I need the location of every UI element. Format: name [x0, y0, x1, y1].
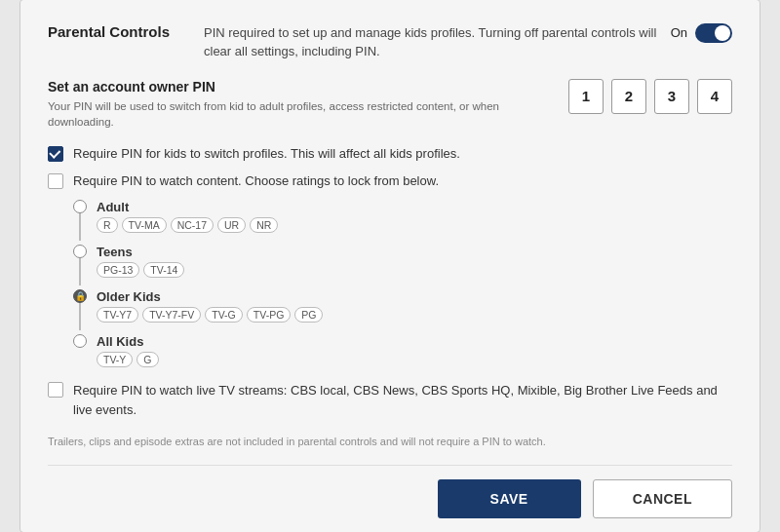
toggle-area: On	[671, 23, 732, 43]
button-row: SAVE CANCEL	[48, 465, 732, 532]
rating-adult-line	[73, 200, 87, 241]
checkbox-watch-content-row: Require PIN to watch content. Choose rat…	[48, 172, 732, 190]
ratings-section: Adult R TV-MA NC-17 UR NR Teens PG-13	[73, 200, 732, 371]
checkbox-kids-switch-row: Require PIN for kids to switch profiles.…	[48, 145, 732, 163]
tag-TV-G: TV-G	[205, 307, 243, 323]
rating-all-kids-content: All Kids TV-Y G	[97, 334, 732, 367]
parental-controls-toggle[interactable]	[695, 23, 732, 43]
rating-teens-circle[interactable]	[73, 245, 87, 258]
rating-adult: Adult R TV-MA NC-17 UR NR	[73, 200, 732, 241]
dialog-title: Parental Controls	[48, 23, 204, 40]
tag-PG: PG	[294, 307, 323, 323]
checkbox-live-tv-row: Require PIN to watch live TV streams: CB…	[48, 381, 732, 419]
checkbox-live-tv-label: Require PIN to watch live TV streams: CB…	[73, 381, 732, 419]
rating-all-kids-line	[73, 334, 87, 348]
pin-box-3[interactable]: 3	[654, 79, 689, 114]
pin-section: Set an account owner PIN Your PIN will b…	[48, 79, 732, 130]
pin-text: Set an account owner PIN Your PIN will b…	[48, 79, 557, 130]
rating-older-kids: 🔒 Older Kids TV-Y7 TV-Y7-FV TV-G TV-PG P…	[73, 289, 732, 330]
rating-older-kids-name: Older Kids	[97, 289, 732, 304]
tag-TV-PG: TV-PG	[247, 307, 292, 323]
rating-older-kids-tags: TV-Y7 TV-Y7-FV TV-G TV-PG PG	[97, 307, 732, 323]
parental-controls-dialog: Parental Controls PIN required to set up…	[20, 0, 760, 532]
pin-boxes: 1 2 3 4	[568, 79, 732, 114]
rating-adult-content: Adult R TV-MA NC-17 UR NR	[97, 200, 732, 233]
rating-teens: Teens PG-13 TV-14	[73, 245, 732, 285]
rating-all-kids: All Kids TV-Y G	[73, 334, 732, 367]
rating-older-kids-vline	[79, 303, 81, 330]
rating-adult-circle[interactable]	[73, 200, 87, 213]
rating-older-kids-line: 🔒	[73, 289, 87, 330]
save-button[interactable]: SAVE	[438, 479, 581, 518]
tag-TV-MA: TV-MA	[122, 217, 167, 233]
tag-PG-13: PG-13	[97, 262, 139, 278]
rating-teens-line	[73, 245, 87, 285]
rating-adult-vline	[79, 213, 81, 241]
tag-NR: NR	[250, 217, 278, 233]
rating-adult-name: Adult	[97, 200, 732, 214]
rating-all-kids-name: All Kids	[97, 334, 732, 349]
checkbox-watch-content[interactable]	[48, 173, 63, 189]
rating-older-kids-circle[interactable]: 🔒	[73, 289, 87, 303]
checkbox-watch-content-label: Require PIN to watch content. Choose rat…	[73, 172, 439, 190]
rating-older-kids-content: Older Kids TV-Y7 TV-Y7-FV TV-G TV-PG PG	[97, 289, 732, 323]
rating-all-kids-tags: TV-Y G	[97, 352, 732, 367]
tag-R: R	[97, 217, 118, 233]
tag-TV-Y7-FV: TV-Y7-FV	[142, 307, 201, 323]
rating-teens-name: Teens	[97, 245, 732, 259]
tag-TV-Y: TV-Y	[97, 352, 133, 367]
pin-title: Set an account owner PIN	[48, 79, 557, 95]
tag-TV-Y7: TV-Y7	[97, 307, 138, 323]
toggle-knob	[715, 25, 730, 41]
checkbox-kids-switch[interactable]	[48, 146, 63, 162]
tag-UR: UR	[217, 217, 246, 233]
footnote: Trailers, clips and episode extras are n…	[48, 435, 732, 449]
lock-icon: 🔒	[75, 291, 86, 301]
rating-all-kids-circle[interactable]	[73, 334, 87, 348]
cancel-button[interactable]: CANCEL	[593, 479, 732, 518]
rating-teens-tags: PG-13 TV-14	[97, 262, 732, 278]
tag-G: G	[136, 352, 158, 367]
rating-adult-tags: R TV-MA NC-17 UR NR	[97, 217, 732, 233]
tag-NC-17: NC-17	[171, 217, 214, 233]
top-section: Parental Controls PIN required to set up…	[48, 23, 732, 61]
rating-teens-content: Teens PG-13 TV-14	[97, 245, 732, 278]
checkbox-live-tv[interactable]	[48, 382, 63, 398]
pin-box-1[interactable]: 1	[568, 79, 604, 114]
dialog-description: PIN required to set up and manage kids p…	[204, 23, 659, 61]
toggle-label: On	[671, 25, 687, 40]
checkbox-kids-switch-label: Require PIN for kids to switch profiles.…	[73, 145, 460, 163]
tag-TV-14: TV-14	[143, 262, 184, 278]
rating-teens-vline	[79, 258, 81, 285]
pin-subtitle: Your PIN will be used to switch from kid…	[48, 98, 557, 130]
pin-box-4[interactable]: 4	[697, 79, 732, 114]
pin-box-2[interactable]: 2	[611, 79, 646, 114]
